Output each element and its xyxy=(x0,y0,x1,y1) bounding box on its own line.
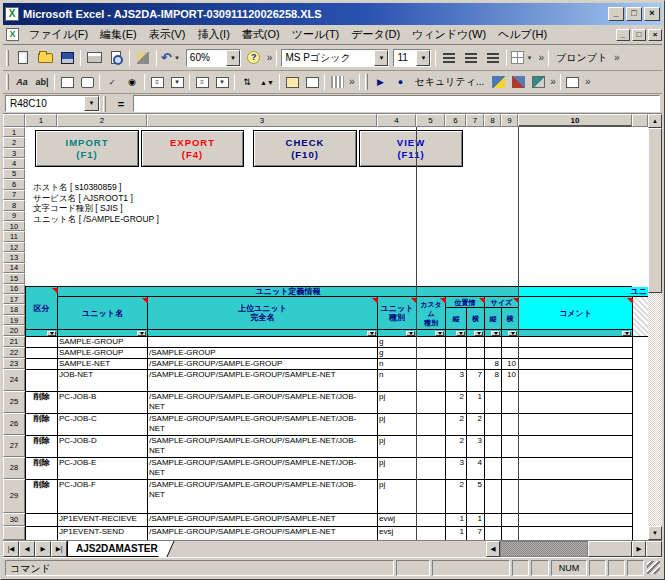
cell-r27c1[interactable]: 削除 xyxy=(26,436,58,458)
cell-r22c8[interactable] xyxy=(485,348,502,359)
doc-close-button[interactable]: × xyxy=(648,29,662,41)
autofilter-dropdown-icon[interactable] xyxy=(491,331,500,336)
cell-r21c6[interactable] xyxy=(446,337,467,348)
row-header-16[interactable]: 16 xyxy=(3,284,25,294)
cell-r21c10[interactable] xyxy=(519,337,633,348)
first-sheet-button[interactable]: |◀ xyxy=(3,541,19,557)
cell-r28c8[interactable] xyxy=(485,458,502,480)
checkbox-control-button[interactable]: ✓ xyxy=(103,73,121,91)
menu-item-0[interactable]: ファイル(F) xyxy=(23,25,94,44)
open-button[interactable] xyxy=(35,48,55,68)
forms-overflow-chevron[interactable]: » xyxy=(347,78,357,86)
cell-r29c4[interactable]: pj xyxy=(378,480,417,514)
cell-r27c7[interactable]: 3 xyxy=(467,436,485,458)
column-header-size-h[interactable]: 横 xyxy=(502,308,519,330)
autofilter-dropdown-icon[interactable] xyxy=(406,331,415,336)
cell-r25c6[interactable]: 2 xyxy=(446,392,467,414)
row-header-21[interactable]: 21 xyxy=(3,336,25,347)
cell-r29c10[interactable] xyxy=(519,480,633,514)
cell-r31c5[interactable] xyxy=(417,527,446,540)
menu-item-1[interactable]: 編集(E) xyxy=(94,25,143,44)
row-header-15[interactable]: 15 xyxy=(3,273,25,283)
excel-app-icon[interactable]: X xyxy=(5,7,19,21)
column-header-comment[interactable]: コメント xyxy=(519,297,633,330)
row-header-20[interactable]: 20 xyxy=(3,325,25,335)
scroll-up-button[interactable]: ▲ xyxy=(648,114,662,128)
cell-r28c3[interactable]: /SAMPLE-GROUP/SAMPLE-GROUP/SAMPLE-NET/JO… xyxy=(148,458,378,480)
col-header-7[interactable]: 7 xyxy=(466,114,484,127)
cell-r22c10[interactable] xyxy=(519,348,633,359)
save-button[interactable] xyxy=(57,48,77,68)
cell-r24c6[interactable]: 3 xyxy=(446,370,467,392)
cell-r21c2[interactable]: SAMPLE-GROUP xyxy=(58,337,148,348)
font-dropdown-icon[interactable]: ▼ xyxy=(374,50,388,66)
column-header-unit-name[interactable]: ユニット名 xyxy=(58,297,148,330)
format-overflow-chevron[interactable]: » xyxy=(536,54,546,62)
cell-r29c3[interactable]: /SAMPLE-GROUP/SAMPLE-GROUP/SAMPLE-NET/JO… xyxy=(148,480,378,514)
cell-r21c5[interactable] xyxy=(417,337,446,348)
cell-r24c2[interactable]: JOB-NET xyxy=(58,370,148,392)
menu-item-6[interactable]: データ(D) xyxy=(345,25,406,44)
scroll-right-button[interactable]: ▶ xyxy=(632,541,646,557)
cell-r25c8[interactable] xyxy=(485,392,502,414)
vertical-scrollbar[interactable]: ▲ ▼ xyxy=(648,114,662,540)
row-header-30[interactable]: 30 xyxy=(3,513,25,526)
cell-r29c9[interactable] xyxy=(502,480,519,514)
row-header-25[interactable]: 25 xyxy=(3,391,25,413)
cell-r25c3[interactable]: /SAMPLE-GROUP/SAMPLE-GROUP/SAMPLE-NET/JO… xyxy=(148,392,378,414)
cell-r29c8[interactable] xyxy=(485,480,502,514)
align-right-button[interactable] xyxy=(483,48,503,68)
run-dialog-button[interactable] xyxy=(303,73,321,91)
autofilter-dropdown-icon[interactable] xyxy=(47,331,56,336)
row-header-3[interactable]: 3 xyxy=(3,148,25,158)
cell-r31c1[interactable] xyxy=(26,527,58,540)
security-button[interactable]: セキュリティ... xyxy=(411,74,489,90)
row-header-9[interactable]: 9 xyxy=(3,211,25,221)
cell-r25c1[interactable]: 削除 xyxy=(26,392,58,414)
undo-dropdown-icon[interactable]: ▼ xyxy=(172,54,182,62)
cell-r22c9[interactable] xyxy=(502,348,519,359)
row-header-4[interactable]: 4 xyxy=(3,158,25,168)
col-header-9[interactable]: 9 xyxy=(501,114,518,127)
action-button-import[interactable]: IMPORT(F1) xyxy=(35,130,139,167)
cell-r22c5[interactable] xyxy=(417,348,446,359)
col-header-5[interactable]: 5 xyxy=(416,114,445,127)
row-header-29[interactable]: 29 xyxy=(3,479,25,513)
cell-r31c3[interactable]: /SAMPLE-GROUP/SAMPLE-GROUP/SAMPLE-NET xyxy=(148,527,378,540)
print-preview-button[interactable] xyxy=(106,48,126,68)
previous-sheet-button[interactable]: ◀ xyxy=(19,541,35,557)
cell-r22c3[interactable]: /SAMPLE-GROUP xyxy=(148,348,378,359)
row-header-2[interactable]: 2 xyxy=(3,137,25,147)
cell-r29c1[interactable]: 削除 xyxy=(26,480,58,514)
row-header-26[interactable]: 26 xyxy=(3,413,25,435)
new-document-button[interactable] xyxy=(13,48,33,68)
option-button-control[interactable]: ◉ xyxy=(123,73,141,91)
sheet-tab-ajs2damaster[interactable]: AJS2DAMASTER xyxy=(67,541,167,557)
toolbar-grip[interactable] xyxy=(6,50,9,66)
row-header-19[interactable]: 19 xyxy=(3,315,25,325)
row-header-11[interactable]: 11 xyxy=(3,231,25,241)
cell-r30c6[interactable]: 1 xyxy=(446,514,467,527)
font-combobox[interactable]: MS Pゴシック▼ xyxy=(281,49,389,67)
cell-r26c1[interactable]: 削除 xyxy=(26,414,58,436)
cell-r23c4[interactable]: n xyxy=(378,359,417,370)
prompt-overflow-chevron[interactable]: » xyxy=(612,54,622,62)
cell-r26c2[interactable]: PC-JOB-C xyxy=(58,414,148,436)
autofilter-dropdown-icon[interactable] xyxy=(508,331,517,336)
doc-minimize-button[interactable]: _ xyxy=(616,29,630,41)
autofilter-dropdown-icon[interactable] xyxy=(137,331,146,336)
edit-formula-button[interactable]: = xyxy=(112,96,130,112)
cell-r24c7[interactable]: 7 xyxy=(467,370,485,392)
col-header-2[interactable]: 2 xyxy=(57,114,147,127)
cell-r30c10[interactable] xyxy=(519,514,633,527)
cell-r24c3[interactable]: /SAMPLE-GROUP/SAMPLE-GROUP/SAMPLE-NET xyxy=(148,370,378,392)
action-button-check[interactable]: CHECK(F10) xyxy=(253,130,357,167)
cell-r26c4[interactable]: pj xyxy=(378,414,417,436)
design-mode-button[interactable] xyxy=(529,73,547,91)
col-header-1[interactable]: 1 xyxy=(25,114,57,127)
formula-bar-grip[interactable] xyxy=(103,96,106,112)
zoom-combobox[interactable]: 60%▼ xyxy=(186,49,241,67)
autofilter-dropdown-icon[interactable] xyxy=(435,331,444,336)
cell-r28c2[interactable]: PC-JOB-E xyxy=(58,458,148,480)
col-header-8[interactable]: 8 xyxy=(484,114,501,127)
